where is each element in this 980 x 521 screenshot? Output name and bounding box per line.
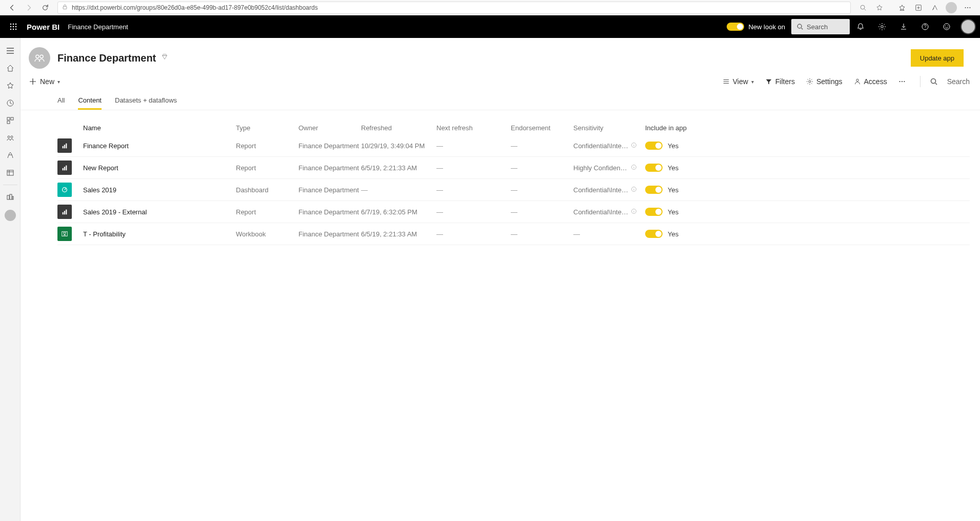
- address-bar[interactable]: https://dxt.powerbi.com/groups/80e26d0a-…: [57, 2, 851, 14]
- app-launcher-button[interactable]: [4, 17, 23, 36]
- report-icon: [57, 205, 72, 219]
- browser-favorites-button[interactable]: [894, 1, 910, 15]
- include-toggle[interactable]: [645, 186, 663, 194]
- svg-rect-22: [7, 117, 10, 120]
- item-endorsement: —: [511, 208, 573, 216]
- include-label: Yes: [668, 230, 678, 238]
- col-header-endorsement[interactable]: Endorsement: [511, 124, 573, 132]
- tab-datasets-dataflows[interactable]: Datasets + dataflows: [115, 92, 177, 110]
- update-app-button[interactable]: Update app: [911, 49, 964, 67]
- nav-favorites-button[interactable]: [0, 77, 21, 94]
- info-icon[interactable]: [631, 164, 637, 172]
- svg-rect-39: [63, 146, 64, 148]
- tab-all[interactable]: All: [57, 92, 65, 110]
- user-avatar-button[interactable]: [961, 19, 976, 34]
- feedback-button[interactable]: [936, 16, 957, 37]
- table-row[interactable]: T - ProfitabilityWorkbookFinance Departm…: [57, 223, 970, 245]
- table-row[interactable]: Sales 2019 - ExternalReportFinance Depar…: [57, 201, 970, 223]
- nav-workspaces-button[interactable]: [0, 164, 21, 182]
- download-button[interactable]: [893, 16, 914, 37]
- table-row[interactable]: New ReportReportFinance Department6/5/19…: [57, 157, 970, 179]
- sensitivity-label: Highly Confidential\In...: [573, 164, 629, 172]
- search-icon: [796, 23, 804, 30]
- svg-point-3: [965, 7, 966, 8]
- premium-diamond-icon: [161, 53, 168, 63]
- browser-refresh-button[interactable]: [37, 1, 53, 15]
- lock-icon: [62, 4, 68, 11]
- item-name[interactable]: New Report: [83, 164, 236, 172]
- settings-button[interactable]: [871, 16, 893, 37]
- nav-home-button[interactable]: [0, 59, 21, 77]
- tab-content[interactable]: Content: [78, 92, 102, 110]
- url-text: https://dxt.powerbi.com/groups/80e26d0a-…: [72, 4, 318, 11]
- col-header-include[interactable]: Include in app: [645, 124, 717, 132]
- browser-favorite-icon[interactable]: [871, 1, 888, 15]
- view-button[interactable]: View ▾: [723, 77, 754, 86]
- workbook-icon: [57, 227, 72, 241]
- col-header-next-refresh[interactable]: Next refresh: [436, 124, 511, 132]
- include-toggle[interactable]: [645, 164, 663, 172]
- search-icon: [930, 77, 938, 86]
- new-look-toggle[interactable]: [727, 23, 744, 31]
- table-row[interactable]: Sales 2019DashboardFinance Department———…: [57, 179, 970, 201]
- include-toggle[interactable]: [645, 142, 663, 150]
- browser-extension-button[interactable]: [927, 1, 943, 15]
- help-button[interactable]: [914, 16, 936, 37]
- svg-point-33: [809, 81, 811, 83]
- svg-point-16: [881, 26, 884, 28]
- new-button[interactable]: New ▾: [29, 77, 60, 86]
- nav-toggle-button[interactable]: [0, 42, 21, 59]
- nav-shared-button[interactable]: [0, 129, 21, 147]
- browser-chrome: https://dxt.powerbi.com/groups/80e26d0a-…: [0, 0, 980, 15]
- new-label: New: [40, 77, 54, 86]
- svg-rect-0: [63, 6, 67, 9]
- breadcrumb[interactable]: Finance Department: [68, 23, 128, 31]
- left-nav-rail: [0, 38, 21, 521]
- nav-deployment-button[interactable]: [0, 188, 21, 206]
- nav-learn-button[interactable]: [0, 147, 21, 164]
- info-icon[interactable]: [631, 208, 637, 216]
- filters-button[interactable]: Filters: [765, 77, 795, 86]
- nav-recent-button[interactable]: [0, 94, 21, 112]
- gear-icon: [806, 78, 813, 85]
- item-name[interactable]: T - Profitability: [83, 230, 236, 238]
- more-actions-button[interactable]: [898, 78, 909, 85]
- item-name[interactable]: Sales 2019: [83, 186, 236, 194]
- browser-forward-button[interactable]: [21, 1, 37, 15]
- svg-point-18: [944, 24, 950, 30]
- nav-apps-button[interactable]: [0, 112, 21, 129]
- col-header-name[interactable]: Name: [83, 124, 236, 132]
- svg-point-15: [797, 24, 802, 28]
- svg-rect-40: [64, 145, 65, 148]
- browser-back-button[interactable]: [4, 1, 21, 15]
- list-icon: [723, 78, 730, 85]
- item-name[interactable]: Sales 2019 - External: [83, 208, 236, 216]
- col-header-owner[interactable]: Owner: [298, 124, 361, 132]
- access-button[interactable]: Access: [854, 77, 887, 86]
- browser-collections-button[interactable]: [910, 1, 927, 15]
- info-icon[interactable]: [631, 142, 637, 150]
- svg-point-5: [969, 7, 970, 8]
- browser-zoom-icon[interactable]: [855, 1, 871, 15]
- item-name[interactable]: Finance Report: [83, 142, 236, 150]
- item-type: Workbook: [236, 230, 298, 238]
- browser-profile-button[interactable]: [943, 1, 959, 15]
- settings-action-button[interactable]: Settings: [806, 77, 843, 86]
- col-header-type[interactable]: Type: [236, 124, 298, 132]
- notifications-button[interactable]: [850, 16, 871, 37]
- col-header-sensitivity[interactable]: Sensitivity: [573, 124, 645, 132]
- global-search-input[interactable]: Search: [791, 19, 850, 34]
- col-header-refreshed[interactable]: Refreshed: [361, 124, 436, 132]
- new-look-label: New look on: [748, 23, 785, 31]
- include-toggle[interactable]: [645, 208, 663, 216]
- svg-rect-51: [66, 210, 67, 215]
- table-row[interactable]: Finance ReportReportFinance Department10…: [57, 135, 970, 157]
- browser-menu-button[interactable]: [959, 1, 976, 15]
- include-toggle[interactable]: [645, 230, 663, 238]
- item-owner: Finance Department: [298, 164, 361, 172]
- filter-icon: [765, 78, 772, 85]
- info-icon[interactable]: [631, 186, 637, 194]
- nav-workspace-icon[interactable]: [0, 206, 21, 223]
- item-refreshed: 6/5/19, 2:21:33 AM: [361, 164, 436, 172]
- list-search-input[interactable]: Search: [930, 77, 970, 86]
